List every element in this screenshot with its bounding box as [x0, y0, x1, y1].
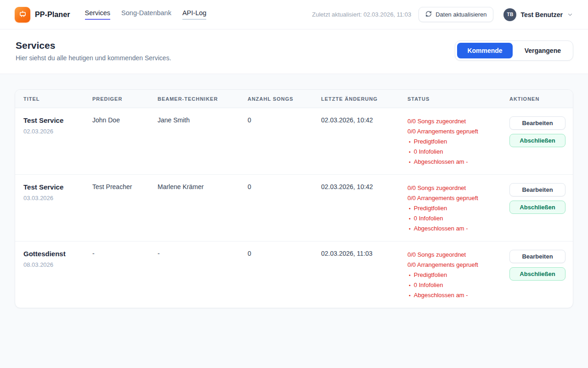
chevron-down-icon: [567, 12, 573, 18]
col-titel: Titel: [23, 96, 92, 102]
beamer-cell: -: [158, 249, 248, 300]
service-date: 03.03.2026: [23, 195, 92, 201]
status-bullet: 0 Infofolien: [407, 280, 502, 290]
status-bullet: Abgeschlossen am -: [407, 290, 502, 300]
complete-button[interactable]: Abschließen: [509, 134, 565, 147]
actions-cell: Bearbeiten Abschließen: [509, 115, 565, 167]
service-title-cell: Test Service 03.03.2026: [23, 182, 92, 234]
user-menu[interactable]: TB Test Benutzer: [503, 8, 573, 21]
nav-services[interactable]: Services: [85, 9, 111, 20]
col-prediger: Prediger: [92, 96, 158, 102]
filter-toggle: Kommende Vergangene: [455, 40, 573, 61]
modified-cell: 02.03.2026, 10:42: [321, 115, 407, 167]
beamer-cell: Marlene Krämer: [158, 182, 248, 234]
service-title: Gottesdienst: [23, 250, 92, 258]
service-title: Test Service: [23, 183, 92, 191]
service-title-cell: Test Service 02.03.2026: [23, 115, 92, 167]
status-bullet: Predigtfolien: [407, 203, 502, 213]
app-header: PP-Planer Services Song-Datenbank API-Lo…: [0, 0, 588, 29]
service-title: Test Service: [23, 116, 92, 124]
status-line: 0/0 Songs zugeordnet: [407, 250, 502, 260]
col-beamer-techniker: Beamer-Techniker: [158, 96, 248, 102]
status-cell: 0/0 Songs zugeordnet 0/0 Arrangements ge…: [407, 249, 509, 300]
page-head: Services Hier siehst du alle heutigen un…: [0, 29, 588, 74]
col-anzahl-songs: Anzahl Songs: [248, 96, 321, 102]
service-title-cell: Gottesdienst 08.03.2026: [23, 249, 92, 300]
page-head-text: Services Hier siehst du alle heutigen un…: [16, 40, 171, 62]
song-count-cell: 0: [248, 115, 321, 167]
actions-cell: Bearbeiten Abschließen: [509, 182, 565, 234]
nav-song-database[interactable]: Song-Datenbank: [121, 9, 171, 20]
edit-button[interactable]: Bearbeiten: [509, 250, 565, 263]
table-row: Test Service 03.03.2026 Test Preacher Ma…: [15, 174, 573, 241]
song-count-cell: 0: [248, 182, 321, 234]
edit-button[interactable]: Bearbeiten: [509, 116, 565, 130]
main-content: Titel Prediger Beamer-Techniker Anzahl S…: [0, 74, 588, 323]
refresh-icon: [425, 11, 432, 18]
col-aktionen: Aktionen: [509, 96, 565, 102]
complete-button[interactable]: Abschließen: [509, 267, 565, 281]
table-header-row: Titel Prediger Beamer-Techniker Anzahl S…: [15, 90, 573, 108]
status-bullet: Abgeschlossen am -: [407, 157, 502, 167]
preacher-cell: -: [92, 249, 158, 300]
status-bullet: 0 Infofolien: [407, 147, 502, 157]
edit-button[interactable]: Bearbeiten: [509, 183, 565, 196]
brand-name: PP-Planer: [35, 11, 70, 19]
preacher-cell: John Doe: [92, 115, 158, 167]
complete-button[interactable]: Abschließen: [509, 201, 565, 214]
brand: PP-Planer: [15, 7, 70, 23]
status-bullet: Predigtfolien: [407, 137, 502, 147]
status-line: 0/0 Songs zugeordnet: [407, 116, 502, 126]
page-title: Services: [16, 40, 171, 51]
song-count-cell: 0: [248, 249, 321, 300]
status-cell: 0/0 Songs zugeordnet 0/0 Arrangements ge…: [407, 182, 509, 234]
status-line: 0/0 Arrangements geprueft: [407, 126, 502, 137]
services-table: Titel Prediger Beamer-Techniker Anzahl S…: [15, 89, 573, 308]
status-cell: 0/0 Songs zugeordnet 0/0 Arrangements ge…: [407, 115, 509, 167]
table-row: Test Service 02.03.2026 John Doe Jane Sm…: [15, 108, 573, 174]
service-date: 08.03.2026: [23, 261, 92, 268]
preacher-cell: Test Preacher: [92, 182, 158, 234]
status-bullet: 0 Infofolien: [407, 213, 502, 224]
status-bullet: Predigtfolien: [407, 270, 502, 280]
col-status: Status: [407, 96, 509, 102]
header-right: Zuletzt aktualisiert: 02.03.2026, 11:03 …: [312, 7, 573, 22]
nav-api-log[interactable]: API-Log: [182, 9, 206, 20]
app-logo-icon: [15, 7, 30, 23]
service-date: 02.03.2026: [23, 128, 92, 135]
refresh-button-label: Daten aktualisieren: [435, 11, 486, 18]
refresh-data-button[interactable]: Daten aktualisieren: [418, 7, 493, 22]
page-subtitle: Hier siehst du alle heutigen und kommend…: [16, 54, 171, 62]
table-row: Gottesdienst 08.03.2026 - - 0 02.03.2026…: [15, 241, 573, 308]
status-line: 0/0 Songs zugeordnet: [407, 183, 502, 193]
col-letzte-aenderung: Letzte Änderung: [321, 96, 407, 102]
status-line: 0/0 Arrangements geprueft: [407, 260, 502, 270]
avatar: TB: [503, 8, 516, 21]
last-updated-text: Zuletzt aktualisiert: 02.03.2026, 11:03: [312, 11, 411, 18]
modified-cell: 02.03.2026, 10:42: [321, 182, 407, 234]
user-name: Test Benutzer: [520, 11, 563, 18]
actions-cell: Bearbeiten Abschließen: [509, 249, 565, 300]
filter-past-button[interactable]: Vergangene: [514, 43, 571, 58]
beamer-cell: Jane Smith: [158, 115, 248, 167]
modified-cell: 02.03.2026, 11:03: [321, 249, 407, 300]
main-nav: Services Song-Datenbank API-Log: [85, 9, 207, 20]
filter-upcoming-button[interactable]: Kommende: [457, 43, 512, 58]
status-line: 0/0 Arrangements geprueft: [407, 193, 502, 203]
status-bullet: Abgeschlossen am -: [407, 224, 502, 234]
